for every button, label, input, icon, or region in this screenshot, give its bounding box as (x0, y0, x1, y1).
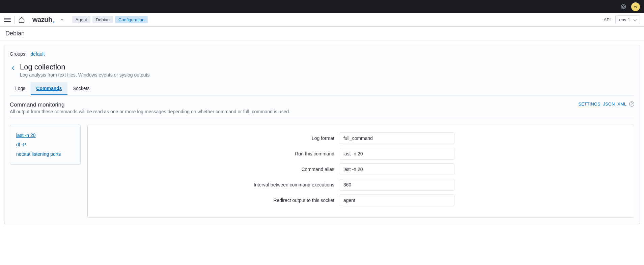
chevron-down-icon[interactable] (59, 17, 65, 23)
header: wazuh. Agent Debian Configuration API en… (0, 13, 644, 27)
logo-text: wazuh (32, 16, 52, 24)
environment-label: env-1 (619, 17, 630, 22)
label-socket: Redirect output to this socket (97, 198, 340, 203)
breadcrumb-debian[interactable]: Debian (92, 16, 113, 23)
environment-select[interactable]: env-1 (615, 15, 640, 24)
breadcrumb-agent[interactable]: Agent (72, 16, 90, 23)
form-row-socket: Redirect output to this socket agent (97, 195, 624, 206)
subsection-actions: SETTINGS JSON XML ? (579, 101, 634, 107)
section-title: Log collection (20, 63, 149, 71)
tab-commands[interactable]: Commands (31, 82, 67, 95)
help-circle-icon[interactable]: ? (629, 101, 634, 107)
section-header: Log collection Log analysis from text fi… (10, 63, 634, 78)
help-icon[interactable] (620, 4, 626, 10)
label-interval: Interval between command executions (97, 182, 340, 187)
value-socket: agent (340, 195, 454, 206)
home-icon[interactable] (18, 16, 25, 24)
svg-point-1 (622, 6, 624, 8)
label-alias: Command alias (97, 167, 340, 172)
form-row-command: Run this command last -n 20 (97, 148, 624, 159)
json-link[interactable]: JSON (603, 101, 615, 107)
command-form: Log format full_command Run this command… (87, 125, 634, 218)
breadcrumb: Agent Debian Configuration (72, 16, 148, 23)
page-title: Debian (0, 27, 644, 41)
cmd-item-last[interactable]: last -n 20 (16, 130, 74, 140)
subsection-title: Command monitoring (10, 101, 290, 108)
top-bar: w (0, 0, 644, 13)
groups-link[interactable]: default (30, 51, 45, 57)
breadcrumb-configuration[interactable]: Configuration (115, 16, 148, 23)
section-subtitle: Log analysis from text files, Windows ev… (20, 72, 149, 78)
cmd-item-netstat[interactable]: netstat listening ports (16, 149, 74, 159)
value-alias: last -n 20 (340, 164, 454, 175)
xml-link[interactable]: XML (617, 101, 626, 107)
command-list: last -n 20 df -P netstat listening ports (10, 125, 81, 165)
tabs: Logs Commands Sockets (10, 82, 634, 95)
groups-label: Groups: (10, 51, 27, 57)
divider (14, 16, 15, 24)
value-interval: 360 (340, 179, 454, 190)
form-row-logformat: Log format full_command (97, 132, 624, 144)
settings-link[interactable]: SETTINGS (579, 101, 600, 107)
avatar-letter: w (634, 4, 637, 9)
detail-area: last -n 20 df -P netstat listening ports… (10, 125, 634, 218)
value-log-format: full_command (340, 132, 454, 144)
header-right: API env-1 (604, 15, 640, 24)
cmd-item-df[interactable]: df -P (16, 140, 74, 149)
user-avatar[interactable]: w (631, 2, 640, 11)
label-run-command: Run this command (97, 151, 340, 156)
form-row-alias: Command alias last -n 20 (97, 164, 624, 175)
config-panel: Groups: default Log collection Log analy… (4, 45, 640, 224)
logo[interactable]: wazuh. (32, 16, 55, 24)
api-link[interactable]: API (604, 17, 611, 22)
tab-logs[interactable]: Logs (10, 82, 31, 95)
content: Groups: default Log collection Log analy… (0, 41, 644, 228)
subsection-desc: All output from these commands will be r… (10, 109, 290, 114)
groups-line: Groups: default (10, 51, 634, 57)
subsection-header: Command monitoring All output from these… (10, 101, 634, 117)
divider (29, 16, 29, 24)
tab-sockets[interactable]: Sockets (67, 82, 95, 95)
menu-toggle-icon[interactable] (4, 17, 11, 23)
form-row-interval: Interval between command executions 360 (97, 179, 624, 190)
back-icon[interactable] (10, 65, 17, 71)
value-run-command: last -n 20 (340, 148, 454, 159)
label-log-format: Log format (97, 136, 340, 141)
